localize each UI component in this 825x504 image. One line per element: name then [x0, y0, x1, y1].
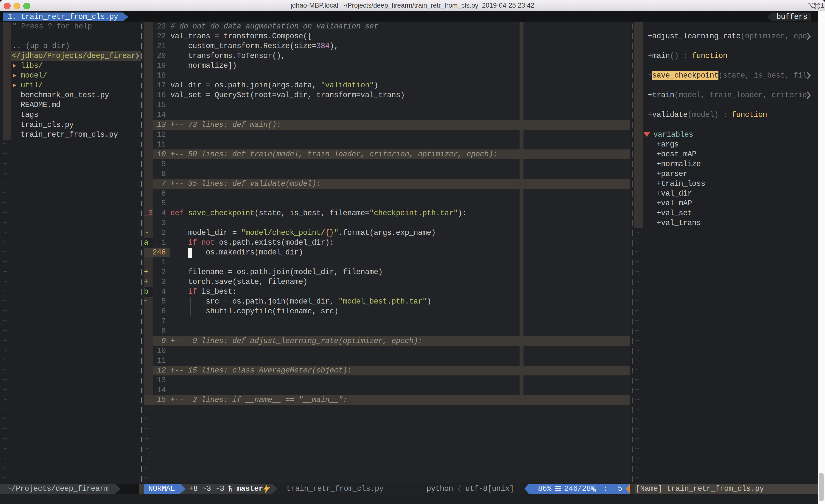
svg-text:1: 1 [821, 2, 824, 9]
